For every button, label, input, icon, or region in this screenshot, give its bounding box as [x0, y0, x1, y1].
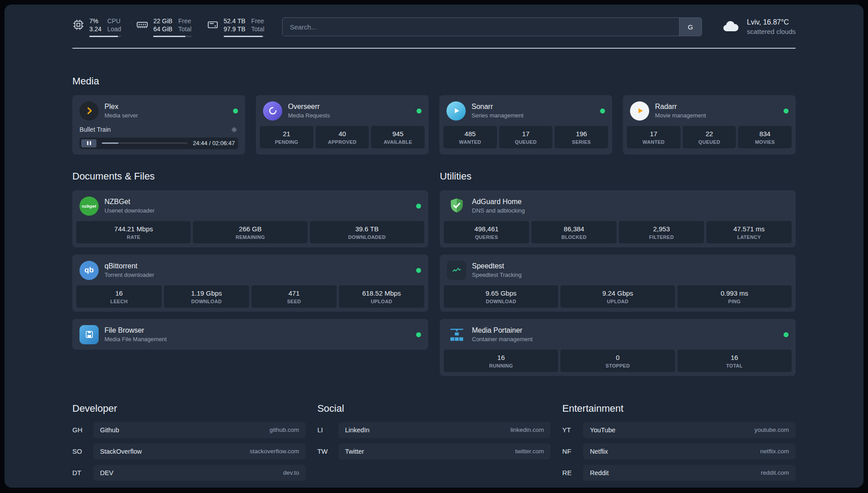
cpu-load-label: Load: [107, 25, 121, 33]
search-provider-button[interactable]: G: [679, 18, 701, 36]
service-description: Movie management: [655, 112, 706, 119]
stat-latency: 47.571 ms LATENCY: [706, 221, 792, 243]
qbittorrent-icon: qb: [79, 261, 99, 280]
stat-running: 16 RUNNING: [444, 350, 558, 372]
bookmark-netflix: NF Netflix netflix.com: [562, 443, 796, 460]
nzbget-icon: nzbget: [79, 196, 99, 216]
bookmark-link[interactable]: Github github.com: [93, 422, 306, 438]
service-description: Speedtest Tracking: [472, 272, 522, 278]
service-description: Torrent downloader: [104, 272, 154, 278]
disk-usage-bar: [224, 36, 264, 37]
status-dot: [416, 332, 421, 337]
plex-card[interactable]: Plex Media server Bullet Train: [72, 95, 245, 155]
disk-total-label: Total: [251, 25, 265, 33]
bookmark-youtube: YT YouTube youtube.com: [562, 422, 796, 438]
service-description: Container management: [472, 336, 533, 343]
bookmark-link[interactable]: LinkedIn linkedin.com: [338, 422, 551, 438]
now-playing-title: Bullet Train: [79, 126, 111, 133]
section-title-social: Social: [317, 403, 551, 414]
memory-total-label: Total: [178, 25, 192, 33]
service-description: Media server: [104, 112, 138, 119]
disk-free-value: 52.4 TB: [224, 17, 246, 25]
disk-total-value: 97.9 TB: [224, 25, 246, 33]
stat-queries: 498,461 QUERIES: [444, 221, 529, 243]
bookmark-reddit: RE Reddit reddit.com: [562, 465, 796, 481]
stat-stopped: 0 STOPPED: [560, 350, 675, 372]
memory-free-value: 22 GiB: [153, 17, 172, 25]
bookmark-link[interactable]: StackOverflow stackoverflow.com: [93, 443, 306, 460]
bookmark-dev: DT DEV dev.to: [72, 465, 306, 481]
stat-total: 16 TOTAL: [677, 350, 792, 372]
media-grid: Plex Media server Bullet Train: [72, 95, 796, 155]
stat-approved: 40 APPROVED: [316, 126, 369, 148]
stat-queued: 22 QUEUED: [683, 126, 736, 148]
cloud-icon: [720, 18, 741, 36]
pause-button[interactable]: [81, 139, 96, 147]
stat-seed: 471 SEED: [251, 285, 337, 308]
bookmarks-developer: Developer GH Github github.com SO StackO…: [72, 403, 306, 481]
bookmark-link[interactable]: DEV dev.to: [93, 465, 306, 481]
filebrowser-icon: [79, 325, 99, 344]
stat-series: 196 SERIES: [555, 126, 608, 148]
status-dot: [600, 109, 605, 113]
memory-metric: 22 GiB 64 GiB Free Total: [136, 17, 191, 37]
cpu-percent: 7%: [89, 17, 101, 25]
memory-total-value: 64 GiB: [153, 25, 172, 33]
portainer-icon: [447, 325, 466, 344]
bookmark-link[interactable]: Twitter twitter.com: [338, 443, 551, 460]
weather-widget: Lviv, 16.87°C scattered clouds: [720, 18, 796, 36]
radarr-card[interactable]: Radarr Movie management 17 WANTED 22 QUE…: [623, 95, 796, 155]
filebrowser-card[interactable]: File Browser Media File Management: [72, 319, 428, 350]
status-dot: [784, 109, 789, 113]
bookmark-link[interactable]: Netflix netflix.com: [583, 443, 796, 460]
playback-progress-bar[interactable]: [102, 142, 188, 144]
radarr-icon: [630, 101, 649, 121]
bookmark-github: GH Github github.com: [72, 422, 306, 438]
adguard-card[interactable]: AdGuard Home DNS and adblocking 498,461 …: [440, 190, 796, 247]
stat-pending: 21 PENDING: [260, 126, 313, 148]
weather-location: Lviv, 16.87°C: [747, 18, 796, 26]
overseerr-icon: [263, 101, 282, 121]
cpu-label: CPU: [107, 17, 121, 25]
bookmarks-social: Social LI LinkedIn linkedin.com TW Twitt…: [317, 403, 551, 481]
bookmark-link[interactable]: YouTube youtube.com: [583, 422, 796, 438]
overseerr-card[interactable]: Overseerr Media Requests 21 PENDING 40 A…: [256, 95, 429, 155]
nzbget-card[interactable]: nzbget NZBGet Usenet downloader 744.21 M…: [72, 190, 428, 247]
weather-condition: scattered clouds: [747, 28, 796, 35]
gear-icon[interactable]: [230, 126, 238, 134]
dashboard: 7% 3.24 CPU Load: [4, 4, 864, 488]
stat-filtered: 2,953 FILTERED: [619, 221, 704, 243]
qbittorrent-card[interactable]: qb qBittorrent Torrent downloader 16: [72, 255, 428, 312]
memory-free-label: Free: [178, 17, 192, 25]
status-dot: [416, 204, 421, 209]
stat-ping: 0.993 ms PING: [677, 285, 792, 308]
stat-wanted: 485 WANTED: [443, 126, 497, 148]
stat-download: 1.19 Gbps DOWNLOAD: [164, 285, 249, 308]
service-name: Speedtest: [472, 262, 522, 270]
stat-movies: 834 MOVIES: [738, 126, 792, 148]
status-dot: [416, 268, 421, 273]
cpu-metric: 7% 3.24 CPU Load: [72, 17, 121, 37]
service-name: Plex: [104, 103, 138, 111]
speedtest-icon: [447, 261, 466, 280]
sonarr-card[interactable]: Sonarr Series management 485 WANTED 17 Q…: [439, 95, 612, 155]
section-title-developer: Developer: [72, 403, 306, 414]
stat-available: 945 AVAILABLE: [371, 126, 425, 148]
bookmark-link[interactable]: Reddit reddit.com: [583, 465, 796, 481]
bookmark-twitter: TW Twitter twitter.com: [317, 443, 551, 460]
stat-remaining: 266 GB REMAINING: [193, 221, 307, 243]
stat-downloaded: 39.6 TB DOWNLOADED: [310, 221, 424, 243]
playback-controls: 24:44 / 02:06:47: [79, 138, 238, 149]
memory-icon: [136, 19, 148, 31]
header-divider: [72, 48, 796, 49]
resource-metrics: 7% 3.24 CPU Load: [72, 17, 264, 37]
portainer-card[interactable]: Media Portainer Container management 16 …: [440, 319, 796, 376]
bookmarks-entertainment: Entertainment YT YouTube youtube.com NF …: [562, 403, 796, 481]
status-dot: [784, 332, 789, 337]
service-description: Series management: [472, 112, 523, 119]
search-input[interactable]: [283, 18, 679, 36]
bookmark-stackoverflow: SO StackOverflow stackoverflow.com: [72, 443, 306, 460]
header: 7% 3.24 CPU Load: [72, 4, 796, 37]
disk-metric: 52.4 TB 97.9 TB Free Total: [207, 17, 264, 37]
speedtest-card[interactable]: Speedtest Speedtest Tracking 9.65 Gbps D…: [440, 255, 796, 312]
